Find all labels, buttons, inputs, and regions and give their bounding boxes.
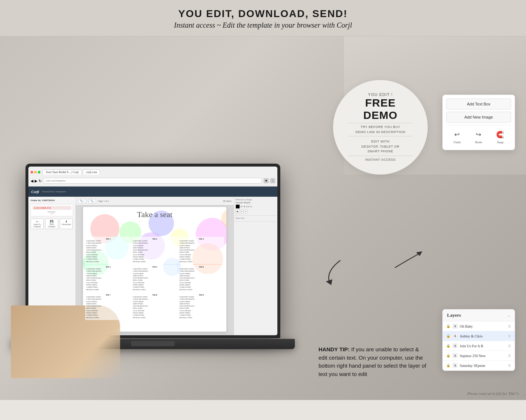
text-formatting: B I ≡: [236, 209, 276, 214]
layer-name-4: Saturday SEptem: [460, 364, 506, 368]
font-size: H: ▼ || H: 11: [241, 205, 252, 208]
zoom-in-btn[interactable]: 🔍+: [78, 199, 86, 203]
browser-tabs: Seat Chart Bridal S... | Corjl corjl.com: [31, 168, 275, 176]
toolbar-icons: ■ ⋮: [264, 178, 275, 183]
download-btn[interactable]: ⬇ Download: [60, 219, 73, 229]
layers-title: Layers: [447, 312, 461, 318]
layers-panel: Layers ⌄ 🔒 A Oh Baby 🗑 🔒 A Ashley & Chri…: [442, 309, 515, 371]
layer-type-0: A: [452, 324, 458, 329]
demo-you-edit: YOU EDIT !: [368, 92, 393, 97]
color-swatch[interactable]: [236, 204, 240, 209]
redo-icon[interactable]: ↪: [474, 129, 484, 140]
guest-name: MICHAEL JONES: [133, 289, 177, 291]
redo-label: Redo: [475, 140, 482, 144]
layer-delete-icon-1[interactable]: 🗑: [508, 334, 511, 338]
corjl-nav: NoorayParty Templates: [42, 190, 66, 193]
layer-name-3: Supinos 250 New: [460, 354, 506, 358]
trackpad: [131, 341, 175, 346]
demo-divider-3: [348, 156, 412, 156]
table-col-7: Tbl 8SAMANTHA JONESCAROL BRADSHAWJASON S…: [132, 293, 178, 320]
demo-try-text: TRY BEFORE YOU BUY DEMO LINK IN DESCRIPT…: [355, 125, 405, 135]
panel-text-label: ⚙ Resize as Image: [236, 198, 276, 201]
layer-lock-icon-2: 🔒: [446, 344, 450, 348]
guest-name: MICHAEL JONES: [86, 317, 130, 319]
tc-text: Please read ad in full for T&C's: [467, 391, 519, 396]
browser-tab-2[interactable]: corjl.com: [83, 169, 100, 175]
seating-chart-title: Take a seat: [83, 207, 226, 221]
italic-btn[interactable]: I: [240, 209, 243, 214]
table-col-2: Tbl 3SAMANTHA JONESCAROL BRADSHAWJASON S…: [178, 237, 224, 264]
layer-item-4[interactable]: 🔒 A Saturday SEptem 🗑: [443, 361, 515, 371]
table-col-3: Tbl 4SAMANTHA JONESCAROL BRADSHAWJASON S…: [85, 265, 131, 292]
refresh-button[interactable]: ↻: [39, 179, 41, 183]
align-left-btn[interactable]: ≡: [244, 209, 248, 214]
url-bar[interactable]: corjl.com/templates: [43, 178, 262, 184]
guest-name: MICHAEL JONES: [179, 317, 223, 319]
layer-item-2[interactable]: 🔒 A Join Us For A B 🗑: [443, 341, 515, 351]
url-text: corjl.com/templates: [46, 179, 66, 182]
top-banner: YOU EDIT, DOWNLOAD, SEND! Instant access…: [0, 0, 526, 36]
browser-chrome: Seat Chart Bridal S... | Corjl corjl.com…: [28, 167, 277, 187]
minimize-dot: [34, 171, 37, 173]
order-id: Order Id: 1509758194: [31, 199, 73, 202]
corjl-right-panel: ⚙ Resize as Image Serenata Regular H: ▼ …: [234, 197, 277, 335]
arrow-panel-to-laptop: [319, 257, 348, 287]
window-controls: [31, 171, 40, 173]
incomplete-text: ⚠ INCOMPLETE: [34, 207, 70, 209]
send-original-btn[interactable]: ↩ Send To Original: [31, 219, 44, 229]
layer-lock-icon-1: 🔒: [446, 334, 450, 338]
forward-button[interactable]: ▶: [35, 179, 37, 183]
guest-name: MICHAEL JONES: [179, 289, 223, 291]
layer-lock-icon-0: 🔒: [446, 324, 450, 328]
floating-corjl-panel: Add Text Box Add New Image ↩ Undo ↪ Redo…: [442, 95, 515, 150]
layers-header: Layers ⌄: [443, 309, 515, 321]
demo-divider-1: [348, 123, 412, 123]
panel-divider: [446, 125, 511, 125]
table-col-0: Tbl 1SAMANTHA JONESCAROL BRADSHAWJASON S…: [85, 237, 131, 264]
banner-headline: YOU EDIT, DOWNLOAD, SEND!: [7, 8, 519, 20]
browser-controls: ◀ ▶ ↻ corjl.com/templates ■ ⋮: [31, 177, 275, 185]
layer-lock-icon-3: 🔒: [446, 354, 450, 357]
free-demo-circle: YOU EDIT ! FREE DEMO TRY BEFORE YOU BUY …: [333, 80, 428, 175]
back-button[interactable]: ◀: [31, 179, 33, 183]
layer-delete-icon-2[interactable]: 🗑: [508, 344, 511, 348]
layers-chevron-icon[interactable]: ⌄: [507, 313, 510, 317]
layer-type-1: A: [452, 333, 458, 339]
add-new-image-btn[interactable]: Add New Image: [446, 112, 511, 123]
layer-type-4: A: [452, 363, 458, 368]
demo-instant: INSTANT ACCESS: [365, 157, 396, 163]
menu-icon[interactable]: ⋮: [270, 178, 275, 183]
layer-delete-icon-4[interactable]: 🗑: [508, 364, 511, 367]
guest-name: MICHAEL JONES: [133, 261, 177, 263]
layer-type-2: A: [452, 343, 458, 348]
layer-item-0[interactable]: 🔒 A Oh Baby 🗑: [443, 321, 515, 331]
layer-item-1[interactable]: 🔒 A Ashley & Chris 🗑: [443, 331, 515, 341]
layer-delete-icon-3[interactable]: 🗑: [508, 354, 511, 357]
seating-chart: Take a seat Tbl 1SAMANTHA JONESCAROL BRA…: [83, 207, 226, 332]
extension-icon: ■: [264, 178, 269, 183]
browser-tab-1[interactable]: Seat Chart Bridal S... | Corjl: [43, 169, 82, 175]
incomplete-badge: ⚠ INCOMPLETE best from ↑ 1 / 1: [31, 204, 73, 216]
panel-text-section: ⚙ Resize as Image Serenata Regular H: ▼ …: [234, 197, 277, 216]
layer-item-3[interactable]: 🔒 A Supinos 250 New 🗑: [443, 351, 515, 361]
guest-name: MICHAEL JONES: [179, 261, 223, 263]
table-col-1: Tbl 2SAMANTHA JONESCAROL BRADSHAWJASON S…: [132, 237, 178, 264]
bold-btn[interactable]: B: [236, 209, 240, 214]
maximize-dot: [38, 171, 40, 173]
orders-btn[interactable]: ⚙ Orders: [223, 200, 232, 202]
save-changes-btn[interactable]: 💾 Save Changes: [45, 219, 58, 229]
undo-icon[interactable]: ↩: [452, 129, 462, 140]
layer-name-1: Ashley & Chris: [460, 334, 506, 338]
font-family: Serenata Regular: [236, 201, 276, 204]
layer-delete-icon-0[interactable]: 🗑: [508, 324, 511, 328]
snap-label: Snap: [497, 140, 503, 144]
layer-lock-icon-4: 🔒: [446, 364, 450, 367]
layer-name-2: Join Us For A B: [460, 344, 506, 348]
handy-tip: HANDY TIP: If you are unable to select &…: [319, 345, 428, 378]
snap-icon[interactable]: 🧲: [495, 129, 505, 140]
demo-edit-with: EDIT WITH DESKTOP, TABLET OR SMART PHONE: [361, 139, 400, 154]
add-text-box-btn[interactable]: Add Text Box: [446, 99, 511, 109]
layer-type-3: A: [452, 353, 458, 358]
zoom-out-btn[interactable]: 🔍-: [88, 199, 96, 203]
corjl-logo: Corjl: [31, 190, 39, 194]
